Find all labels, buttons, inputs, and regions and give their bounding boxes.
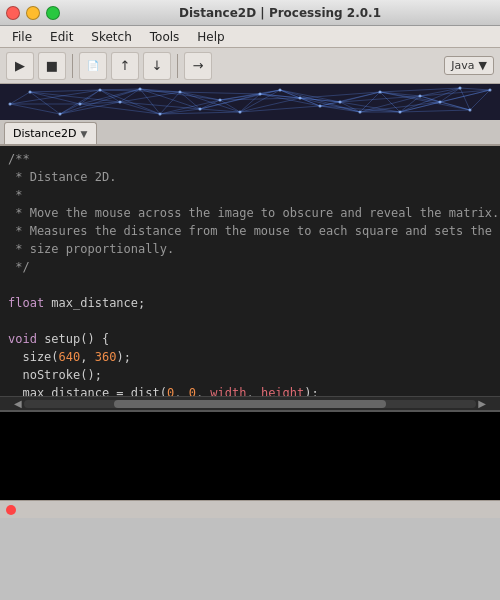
tab-dropdown-icon[interactable]: ▼ [81, 129, 88, 139]
stop-button[interactable]: ■ [38, 52, 66, 80]
close-button[interactable] [6, 6, 20, 20]
toolbar: ▶ ■ 📄 ↑ ↓ → Java ▼ [0, 48, 500, 84]
tab-bar: Distance2D ▼ [0, 120, 500, 146]
minimize-button[interactable] [26, 6, 40, 20]
save-button[interactable]: ↓ [143, 52, 171, 80]
java-mode-button[interactable]: Java ▼ [444, 56, 494, 75]
title-bar: Distance2D | Processing 2.0.1 [0, 0, 500, 26]
console-output [0, 410, 500, 500]
menu-file[interactable]: File [4, 28, 40, 46]
status-bar [0, 500, 500, 518]
toolbar-separator-1 [72, 54, 73, 78]
java-dropdown-icon: ▼ [479, 59, 487, 72]
code-content: /** * Distance 2D. * * Move the mouse ac… [0, 150, 496, 396]
java-mode-label: Java [451, 59, 474, 72]
menu-tools[interactable]: Tools [142, 28, 188, 46]
menu-help[interactable]: Help [189, 28, 232, 46]
tab-label: Distance2D [13, 127, 77, 140]
hscroll-track[interactable] [24, 400, 477, 408]
menu-edit[interactable]: Edit [42, 28, 81, 46]
menu-bar: File Edit Sketch Tools Help [0, 26, 500, 48]
window-title: Distance2D | Processing 2.0.1 [66, 6, 494, 20]
export-button[interactable]: → [184, 52, 212, 80]
scroll-left-icon[interactable]: ◀ [12, 398, 24, 409]
header-image [0, 84, 500, 120]
toolbar-separator-2 [177, 54, 178, 78]
new-button[interactable]: 📄 [79, 52, 107, 80]
run-button[interactable]: ▶ [6, 52, 34, 80]
horizontal-scrollbar[interactable]: ◀ ▶ [0, 396, 500, 410]
code-editor[interactable]: /** * Distance 2D. * * Move the mouse ac… [0, 146, 500, 396]
hscroll-thumb[interactable] [114, 400, 386, 408]
status-indicator [6, 505, 16, 515]
scroll-right-icon[interactable]: ▶ [476, 398, 488, 409]
maximize-button[interactable] [46, 6, 60, 20]
open-button[interactable]: ↑ [111, 52, 139, 80]
menu-sketch[interactable]: Sketch [83, 28, 139, 46]
tab-distance2d[interactable]: Distance2D ▼ [4, 122, 97, 144]
